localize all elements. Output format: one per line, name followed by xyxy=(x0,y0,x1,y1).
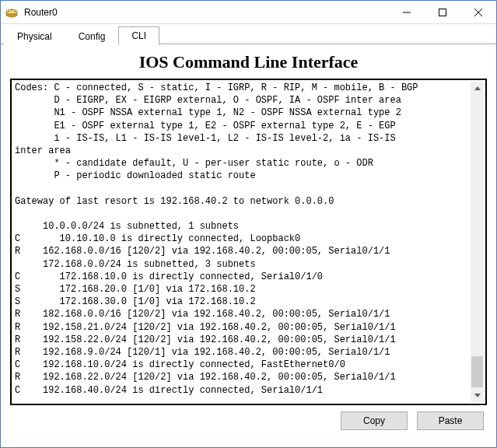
router-icon xyxy=(1,7,23,18)
window-controls xyxy=(389,1,496,23)
scrollbar[interactable] xyxy=(471,82,484,402)
tab-cli[interactable]: CLI xyxy=(118,26,159,45)
titlebar: Router0 xyxy=(1,1,496,24)
cli-heading: IOS Command Line Interface xyxy=(10,52,487,72)
scroll-thumb[interactable] xyxy=(471,356,483,387)
close-button[interactable] xyxy=(460,1,496,23)
tab-content: IOS Command Line Interface Codes: C - co… xyxy=(1,52,496,435)
svg-rect-4 xyxy=(439,9,446,16)
scroll-up-button[interactable] xyxy=(471,82,484,95)
tab-config[interactable]: Config xyxy=(65,27,119,45)
window-title: Router0 xyxy=(23,7,389,18)
maximize-button[interactable] xyxy=(425,1,460,23)
paste-button[interactable]: Paste xyxy=(417,411,484,430)
scroll-track[interactable] xyxy=(471,95,484,389)
tab-physical[interactable]: Physical xyxy=(4,27,65,45)
copy-button[interactable]: Copy xyxy=(341,411,408,430)
button-row: Copy Paste xyxy=(10,405,487,430)
scroll-down-button[interactable] xyxy=(471,389,484,402)
terminal-container: Codes: C - connected, S - static, I - IG… xyxy=(10,79,487,405)
terminal-output[interactable]: Codes: C - connected, S - static, I - IG… xyxy=(15,82,485,397)
minimize-button[interactable] xyxy=(389,1,425,23)
tabstrip: Physical Config CLI xyxy=(1,24,496,44)
